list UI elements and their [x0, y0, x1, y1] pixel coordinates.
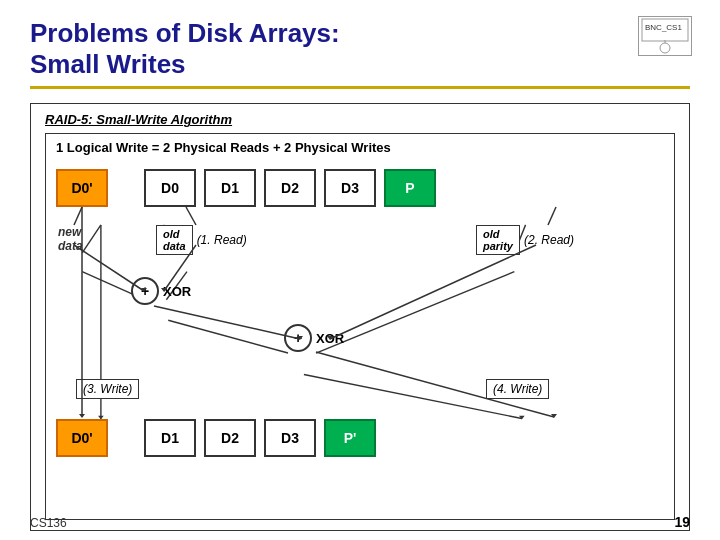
footer-label: CS136: [30, 516, 67, 530]
xor1-label: XOR: [163, 284, 191, 299]
inner-box: 1 Logical Write = 2 Physical Reads + 2 P…: [45, 133, 675, 520]
outer-box: RAID-5: Small-Write Algorithm 1 Logical …: [30, 103, 690, 531]
block-d1-top: D1: [204, 169, 256, 207]
new-data-label: newdata: [58, 225, 83, 253]
xor2-circle: +: [284, 324, 312, 352]
block-d0-prime-bottom: D0': [56, 419, 108, 457]
block-d0-prime-top: D0': [56, 169, 108, 207]
svg-line-22: [154, 306, 300, 339]
logical-write-text: 1 Logical Write = 2 Physical Reads + 2 P…: [56, 140, 664, 155]
xor1-group: + XOR: [131, 277, 191, 305]
old-parity-group: oldparity (2. Read): [476, 225, 574, 255]
diagram-svg: [56, 169, 664, 509]
old-data-group: olddata (1. Read): [156, 225, 247, 255]
svg-line-10: [168, 321, 288, 354]
xor2-label: XOR: [316, 331, 344, 346]
block-p-prime-bottom: P': [324, 419, 376, 457]
block-d2-bottom: D2: [204, 419, 256, 457]
block-d3-top: D3: [324, 169, 376, 207]
block-p-top: P: [384, 169, 436, 207]
svg-line-11: [316, 272, 514, 353]
logo: BNC_CS1: [638, 16, 692, 56]
svg-marker-15: [519, 416, 525, 420]
write4-label: (4. Write): [486, 379, 549, 399]
svg-marker-30: [551, 414, 557, 418]
block-d1-bottom: D1: [144, 419, 196, 457]
page-number: 19: [674, 514, 690, 530]
diagram-area: D0' D0 D1 D2: [56, 169, 664, 509]
write3-label: (3. Write): [76, 379, 139, 399]
read2-label: (2. Read): [524, 233, 574, 247]
old-parity-label: oldparity: [476, 225, 520, 255]
page-title: Problems of Disk Arrays: Small Writes: [30, 18, 690, 80]
block-d3-bottom: D3: [264, 419, 316, 457]
block-d0-top: D0: [144, 169, 196, 207]
bottom-blocks-row: D0' D1 D2 D3: [56, 419, 376, 457]
svg-point-2: [660, 43, 670, 53]
old-data-label: olddata: [156, 225, 193, 255]
xor2-group: + XOR: [284, 324, 344, 352]
read1-label: (1. Read): [197, 233, 247, 247]
raid-label: RAID-5: Small-Write Algorithm: [45, 112, 675, 127]
decorative-line: [30, 86, 690, 89]
xor1-circle: +: [131, 277, 159, 305]
block-d2-top: D2: [264, 169, 316, 207]
svg-marker-28: [79, 414, 85, 418]
page: BNC_CS1 Problems of Disk Arrays: Small W…: [0, 0, 720, 540]
svg-text:BNC_CS1: BNC_CS1: [645, 23, 682, 32]
